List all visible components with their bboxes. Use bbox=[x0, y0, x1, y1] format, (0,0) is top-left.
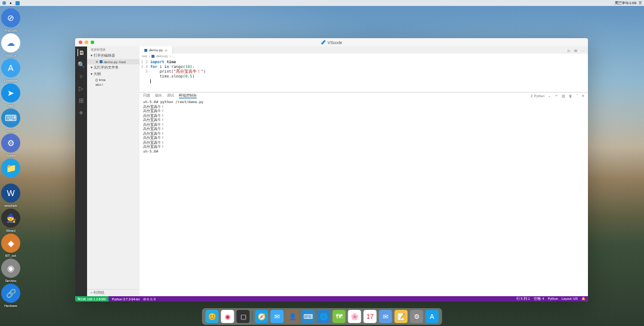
tab-actions: ▷ ⊞ … bbox=[568, 48, 588, 52]
kill-terminal-icon[interactable]: 🗑 bbox=[569, 94, 572, 98]
clock[interactable]: 周三中午1:09 bbox=[615, 1, 636, 6]
dock-calendar[interactable]: 17 bbox=[364, 310, 377, 323]
close-tab-icon[interactable]: ✕ bbox=[165, 48, 168, 52]
vscode-logo-icon bbox=[321, 40, 326, 45]
problems-count[interactable]: ⊘ 0 ⚠ 0 bbox=[143, 297, 156, 301]
titlebar[interactable]: VScode bbox=[75, 38, 588, 46]
panel-tab-terminal[interactable]: 终端控制台 bbox=[179, 94, 197, 98]
launcher-system[interactable]: ⚙System bbox=[1, 133, 20, 153]
activity-bar: 🗎 🔍 ⑂ ▷ ⊞ ⎈ bbox=[75, 46, 87, 296]
keyboard-layout[interactable]: Layout: US bbox=[562, 297, 578, 301]
split-editor-icon[interactable]: ⊞ bbox=[574, 48, 577, 52]
dock-maps[interactable]: 🗺 bbox=[333, 310, 346, 323]
dock-appstore[interactable]: A bbox=[426, 310, 439, 323]
dock-separator bbox=[252, 311, 253, 322]
panel-tab-problems[interactable]: 问题 bbox=[143, 94, 150, 98]
language-mode[interactable]: Python bbox=[548, 297, 558, 301]
dock-mail[interactable]: ✉ bbox=[271, 310, 284, 323]
close-panel-icon[interactable]: ✕ bbox=[581, 94, 584, 98]
status-bar: ⇋ 198.168.1.2:8080 Python 3.7.3 64-bit ⊘… bbox=[75, 296, 588, 302]
menubar-app-icon[interactable] bbox=[16, 1, 20, 5]
remote-indicator[interactable]: ⇋ 198.168.1.2:8080 bbox=[75, 296, 109, 302]
launcher-wireshark[interactable]: Wwireshark bbox=[1, 184, 20, 203]
timeline-section[interactable]: > 时间线 bbox=[87, 289, 140, 296]
outline-item[interactable]: {} time bbox=[87, 77, 140, 82]
maximize-button[interactable] bbox=[91, 41, 94, 44]
python-file-icon bbox=[144, 49, 147, 52]
launcher-apps[interactable]: AEssentials bbox=[1, 58, 20, 77]
remote-icon[interactable]: ⎈ bbox=[78, 108, 85, 116]
python-version[interactable]: Python 3.7.3 64-bit bbox=[112, 297, 140, 301]
more-icon[interactable]: … bbox=[581, 48, 584, 52]
debug-icon[interactable]: ▷ bbox=[78, 85, 85, 92]
activities-icon[interactable] bbox=[2, 1, 6, 5]
chevron-down-icon[interactable]: ⌄ bbox=[548, 94, 551, 98]
launcher-safari[interactable]: ➤web bbox=[1, 83, 20, 103]
code-editor[interactable]: 1 2 3 4 5 import time for i in range(10)… bbox=[140, 58, 588, 92]
open-editor-file[interactable]: ✕ demo.py /root bbox=[87, 59, 140, 64]
maximize-panel-icon[interactable]: ˄ bbox=[576, 94, 578, 98]
sidebar-title: 资源管理器 bbox=[87, 46, 140, 52]
sidebar: 资源管理器 ▾ 打开的编辑器 ✕ demo.py /root ▾ 无打开的文件夹… bbox=[87, 46, 140, 296]
terminal[interactable]: sh-5.0# python /root/demo.py 高分宝真牛！ 高分宝真… bbox=[140, 98, 588, 296]
outline-section[interactable]: ▾ 大纲 bbox=[87, 71, 140, 77]
dock: 😊◉▢🧭✉👤⌨🌐🗺🌸17✉📝⚙A bbox=[202, 308, 442, 325]
dock-settings[interactable]: ⚙ bbox=[410, 310, 423, 323]
no-folder-section[interactable]: ▾ 无打开的文件夹 bbox=[87, 64, 140, 71]
editor-area: demo.py ✕ ▷ ⊞ … root › demo.py › … 1 2 3… bbox=[140, 46, 588, 296]
dock-chrome[interactable]: ◉ bbox=[221, 310, 234, 323]
tab-label: demo.py bbox=[149, 48, 163, 52]
panel-tab-bar: 问题 输出 调试 终端控制台 2: Python ⌄ ＋ ▥ 🗑 ˄ ✕ bbox=[140, 92, 588, 98]
editor-tab[interactable]: demo.py ✕ bbox=[140, 46, 173, 54]
launcher-wizard[interactable]: 🧙Wizard bbox=[1, 209, 20, 228]
python-file-icon bbox=[100, 60, 103, 63]
dock-contacts[interactable]: 👤 bbox=[286, 310, 299, 323]
minimize-button[interactable] bbox=[85, 41, 88, 44]
dock-mail2[interactable]: ✉ bbox=[379, 310, 392, 323]
panel-tab-output[interactable]: 输出 bbox=[155, 94, 162, 98]
outline-item[interactable]: abc i bbox=[87, 82, 140, 87]
dock-vscode[interactable]: ⌨ bbox=[302, 310, 315, 323]
window-controls bbox=[79, 41, 94, 44]
terminal-selector[interactable]: 2: Python bbox=[531, 94, 544, 98]
launcher-androoid[interactable]: ⊘AndCode bbox=[1, 8, 20, 27]
run-icon[interactable]: ▷ bbox=[568, 48, 571, 52]
menubar-dot: ● bbox=[10, 1, 12, 5]
dock-earth[interactable]: 🌐 bbox=[317, 310, 330, 323]
launcher-folder[interactable]: 📁 bbox=[1, 159, 20, 178]
dock-photos[interactable]: 🌸 bbox=[348, 310, 361, 323]
new-terminal-icon[interactable]: ＋ bbox=[555, 94, 558, 98]
desktop-launcher: ⊘AndCode☁cloud_stAEssentials➤web⌨vscode⚙… bbox=[1, 8, 23, 303]
close-button[interactable] bbox=[79, 41, 82, 44]
split-terminal-icon[interactable]: ▥ bbox=[562, 94, 565, 98]
extensions-icon[interactable]: ⊞ bbox=[78, 97, 85, 104]
vscode-window: VScode 🗎 🔍 ⑂ ▷ ⊞ ⎈ 资源管理器 ▾ 打开的编辑器 ✕ demo… bbox=[75, 38, 588, 302]
search-icon[interactable]: 🔍 bbox=[78, 61, 85, 68]
editor-tab-bar: demo.py ✕ ▷ ⊞ … bbox=[140, 46, 588, 54]
indentation[interactable]: 空格: 4 bbox=[534, 297, 544, 301]
launcher-services[interactable]: ◉Services bbox=[1, 259, 20, 278]
panel-tab-debug[interactable]: 调试 bbox=[167, 94, 174, 98]
launcher-bits[interactable]: ◆BIT_ssh bbox=[1, 234, 20, 253]
python-file-icon bbox=[151, 55, 154, 58]
launcher-cloud[interactable]: ☁cloud_st bbox=[1, 33, 20, 52]
dock-notes[interactable]: 📝 bbox=[395, 310, 408, 323]
dock-terminal[interactable]: ▢ bbox=[237, 310, 250, 323]
window-title: VScode bbox=[327, 41, 342, 45]
launcher-hardware[interactable]: 🔗Hardware bbox=[1, 284, 20, 303]
cursor-position[interactable]: 行 5 列 1 bbox=[516, 297, 530, 301]
explorer-icon[interactable]: 🗎 bbox=[78, 49, 85, 56]
launcher-vscode[interactable]: ⌨vscode bbox=[1, 108, 20, 128]
open-editors-section[interactable]: ▾ 打开的编辑器 bbox=[87, 52, 140, 59]
system-menubar: ● 周三中午1:09 ☰ bbox=[0, 0, 644, 6]
menu-icon[interactable]: ☰ bbox=[639, 1, 642, 6]
dock-safari[interactable]: 🧭 bbox=[255, 310, 268, 323]
dock-finder[interactable]: 😊 bbox=[206, 310, 219, 323]
notifications-icon[interactable]: 🔔 bbox=[581, 297, 586, 301]
source-control-icon[interactable]: ⑂ bbox=[78, 73, 85, 80]
breadcrumb[interactable]: root › demo.py › … bbox=[140, 54, 588, 58]
